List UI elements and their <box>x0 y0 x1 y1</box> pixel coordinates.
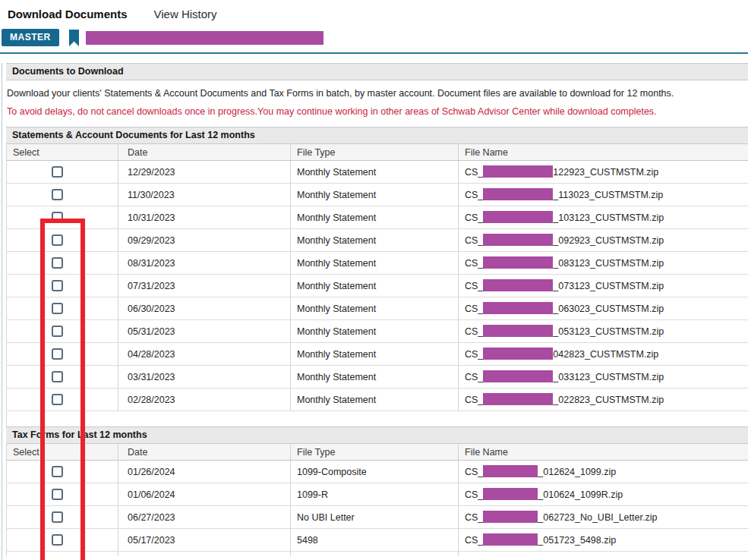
table-row: 04/28/2023Monthly StatementCS_042823_CUS… <box>6 343 748 366</box>
file-name-cell: CS_122923_CUSTMSTM.zip <box>459 161 748 183</box>
select-cell <box>7 529 118 551</box>
statements-table-header: Select Date File Type File Name <box>6 144 748 161</box>
file-name-suffix: _053123_CUSTMSTM.zip <box>553 326 664 337</box>
date-cell: 07/31/2023 <box>118 275 291 297</box>
tab-download-documents[interactable]: Download Documents <box>8 8 128 20</box>
account-name-redaction <box>86 31 324 45</box>
table-row: 06/30/2023Monthly StatementCS__063023_CU… <box>6 297 748 320</box>
row-checkbox[interactable] <box>52 166 63 178</box>
bookmark-icon[interactable] <box>69 30 79 46</box>
select-cell <box>7 184 118 206</box>
file-name-prefix: CS_ <box>465 281 483 291</box>
file-type-cell: Monthly Statement <box>291 229 459 251</box>
select-cell <box>7 506 118 528</box>
section-title-tax-forms: Tax Forms for Last 12 months <box>6 426 748 444</box>
select-cell <box>7 275 118 297</box>
file-name-prefix: CS_ <box>465 372 483 382</box>
row-checkbox[interactable] <box>52 394 63 405</box>
file-name-suffix: _083123_CUSTMSTM.zip <box>553 258 664 269</box>
file-type-cell: Monthly Statement <box>291 252 459 274</box>
file-name-cell: CS__083123_CUSTMSTM.zip <box>459 252 748 274</box>
column-header-file-type: File Type <box>291 444 459 460</box>
column-header-date: Date <box>118 144 291 160</box>
row-checkbox[interactable] <box>52 511 63 523</box>
file-name-suffix: _012624_1099.zip <box>538 467 616 477</box>
file-name-suffix: _010624_1099R.zip <box>538 489 623 500</box>
row-checkbox[interactable] <box>52 303 63 314</box>
file-name-prefix: CS_ <box>465 212 483 223</box>
table-row: 01/26/20241099-CompositeCS__012624_1099.… <box>6 461 748 483</box>
date-cell: 09/29/2023 <box>118 229 291 251</box>
file-type-cell: 1099-Composite <box>291 461 459 483</box>
row-checkbox[interactable] <box>52 489 63 500</box>
file-name-redaction <box>483 302 553 314</box>
file-name-redaction <box>483 370 553 382</box>
file-name-redaction <box>483 348 553 360</box>
file-name-cell: CS__103123_CUSTMSTM.zip <box>459 206 748 228</box>
tab-view-history[interactable]: View History <box>154 8 217 20</box>
file-type-cell: Monthly Statement <box>291 320 459 342</box>
row-checkbox[interactable] <box>52 280 63 291</box>
row-checkbox[interactable] <box>52 326 63 337</box>
tax-table-body: 01/26/20241099-CompositeCS__012624_1099.… <box>6 461 748 552</box>
date-cell: 06/27/2023 <box>118 506 291 528</box>
file-type-cell: Monthly Statement <box>291 184 459 206</box>
file-name-prefix: CS_ <box>465 512 483 523</box>
row-checkbox[interactable] <box>52 189 63 200</box>
row-checkbox[interactable] <box>52 371 63 382</box>
file-type-cell: 5498 <box>291 529 459 551</box>
file-name-prefix: CS_ <box>465 167 483 178</box>
table-row: 12/29/2023Monthly StatementCS_122923_CUS… <box>6 161 748 184</box>
table-row: 02/28/2023Monthly StatementCS__022823_CU… <box>6 389 748 411</box>
select-cell <box>7 297 118 319</box>
file-name-redaction <box>483 393 553 405</box>
file-type-cell: Monthly Statement <box>291 297 459 319</box>
table-row: 06/27/2023No UBI LetterCS__062723_No_UBI… <box>6 506 748 529</box>
date-cell: 05/17/2023 <box>118 529 291 551</box>
date-cell: 06/30/2023 <box>118 297 291 319</box>
table-row: 03/31/2023Monthly StatementCS__033123_CU… <box>6 366 748 389</box>
file-type-cell: Monthly Statement <box>291 206 459 228</box>
select-cell <box>7 389 118 411</box>
file-name-prefix: CS_ <box>465 235 483 246</box>
date-cell: 01/06/2024 <box>118 483 291 505</box>
date-cell: 01/26/2024 <box>118 461 291 483</box>
row-checkbox[interactable] <box>52 234 63 246</box>
row-checkbox[interactable] <box>52 212 63 223</box>
statements-table-body: 12/29/2023Monthly StatementCS_122923_CUS… <box>6 161 748 411</box>
file-name-cell: CS__051723_5498.zip <box>459 529 748 551</box>
row-checkbox[interactable] <box>52 466 63 477</box>
row-checkbox[interactable] <box>52 534 63 546</box>
select-cell <box>7 320 118 342</box>
file-name-suffix: _051723_5498.zip <box>538 535 616 546</box>
file-name-suffix: 042823_CUSTMSTM.zip <box>553 349 658 360</box>
teal-divider <box>0 52 748 54</box>
row-checkbox[interactable] <box>52 348 63 360</box>
date-cell: 02/28/2023 <box>118 389 291 411</box>
section-title-documents-to-download: Documents to Download <box>6 63 748 80</box>
description-text: Download your clients' Statements & Acco… <box>7 88 748 99</box>
row-checkbox[interactable] <box>52 257 63 269</box>
select-cell <box>7 483 118 505</box>
date-cell: 04/28/2023 <box>118 343 291 365</box>
file-name-redaction <box>483 325 553 337</box>
file-name-cell: CS__073123_CUSTMSTM.zip <box>459 275 748 297</box>
column-header-file-type: File Type <box>291 144 459 160</box>
file-name-prefix: CS_ <box>465 349 483 360</box>
master-badge: MASTER <box>2 29 59 46</box>
select-cell <box>7 343 118 365</box>
file-name-cell: CS__012624_1099.zip <box>459 461 748 483</box>
file-name-prefix: CS_ <box>465 489 483 500</box>
select-cell <box>7 366 118 388</box>
select-cell <box>7 161 118 183</box>
file-name-prefix: CS_ <box>465 535 483 546</box>
file-name-suffix: _063023_CUSTMSTM.zip <box>553 304 664 314</box>
file-name-cell: CS__033123_CUSTMSTM.zip <box>459 366 748 388</box>
file-name-redaction <box>483 211 553 223</box>
file-name-redaction <box>483 488 538 500</box>
file-name-prefix: CS_ <box>465 304 483 314</box>
warning-text: To avoid delays, do not cancel downloads… <box>7 106 748 117</box>
file-name-redaction <box>483 188 553 200</box>
file-type-cell: Monthly Statement <box>291 366 459 388</box>
date-cell: 12/29/2023 <box>118 161 291 183</box>
